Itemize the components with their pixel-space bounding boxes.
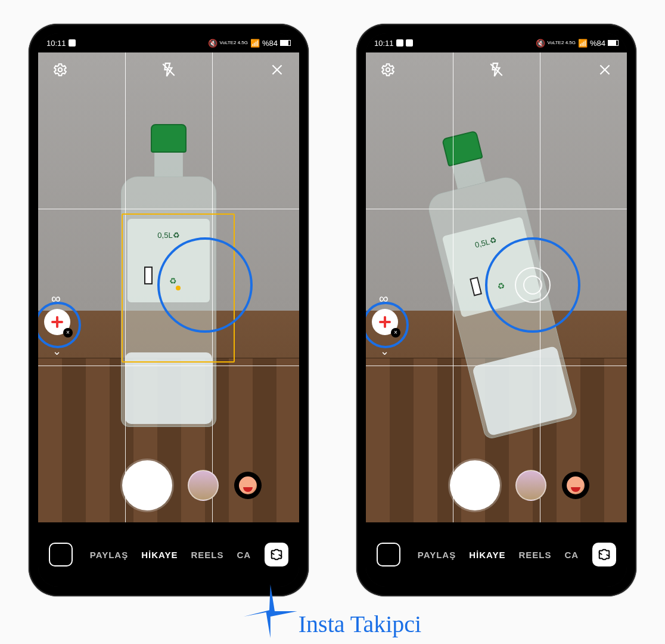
phone-screen: 10:11 🔇 VoLTE2 4.5G 📶 %84 bbox=[38, 33, 299, 587]
svg-point-4 bbox=[386, 68, 390, 72]
flash-off-icon bbox=[489, 62, 504, 78]
grid-vertical-1 bbox=[453, 52, 453, 522]
phone-frame-right: 10:11 🔇 VoLTE2 4.5G 📶 %84 bbox=[356, 24, 636, 596]
annotation-circle-main bbox=[485, 237, 580, 333]
mute-icon: 🔇 bbox=[208, 39, 217, 48]
status-bar: 10:11 🔇 VoLTE2 4.5G 📶 %84 bbox=[38, 33, 299, 52]
ar-emoji-thumb[interactable] bbox=[234, 472, 262, 499]
camera-modes[interactable]: PAYLAŞ HİKAYE REELS CA bbox=[412, 550, 584, 560]
battery-text: %84 bbox=[590, 39, 605, 48]
svg-point-0 bbox=[58, 68, 63, 72]
filter-preview-thumb[interactable] bbox=[515, 470, 546, 501]
settings-button[interactable] bbox=[379, 61, 397, 79]
comparison-container: 10:11 🔇 VoLTE2 4.5G 📶 %84 bbox=[0, 0, 665, 596]
mode-reels[interactable]: REELS bbox=[518, 550, 551, 560]
bottle-water bbox=[472, 346, 574, 436]
filter-preview-thumb[interactable] bbox=[188, 470, 219, 501]
effect-thumbnail[interactable]: × bbox=[44, 309, 70, 335]
close-icon bbox=[269, 62, 285, 78]
flash-off-icon bbox=[161, 62, 176, 78]
effect-glyph-icon bbox=[379, 321, 391, 323]
ar-emoji-thumb[interactable] bbox=[562, 472, 589, 499]
bottle-barcode bbox=[470, 277, 482, 296]
chevron-down-icon[interactable]: ⌄ bbox=[52, 345, 61, 358]
chevron-down-icon[interactable]: ⌄ bbox=[380, 345, 389, 358]
camera-viewport[interactable]: 0,5L♻ ♻ bbox=[366, 52, 627, 522]
effect-glyph-icon bbox=[51, 321, 63, 323]
monkey-face-icon bbox=[567, 476, 585, 494]
shutter-button[interactable] bbox=[450, 460, 500, 510]
signal-icon: 📶 bbox=[250, 39, 260, 48]
camera-notif-icon bbox=[69, 39, 76, 47]
shutter-row bbox=[366, 460, 627, 510]
grid-horizontal-1 bbox=[366, 209, 627, 209]
watermark-text: Insta Takipci bbox=[299, 610, 421, 638]
phone-screen: 10:11 🔇 VoLTE2 4.5G 📶 %84 bbox=[366, 33, 627, 587]
mode-canli-partial[interactable]: CA bbox=[565, 550, 579, 560]
grid-horizontal-2 bbox=[366, 366, 627, 366]
mode-paylas[interactable]: PAYLAŞ bbox=[90, 550, 128, 560]
effect-remove-badge[interactable]: × bbox=[391, 328, 400, 338]
close-icon bbox=[597, 62, 613, 78]
phone-frame-left: 10:11 🔇 VoLTE2 4.5G 📶 %84 bbox=[29, 24, 309, 596]
shutter-button[interactable] bbox=[122, 460, 172, 510]
annotation-circle-main bbox=[157, 237, 253, 333]
gear-icon bbox=[380, 62, 396, 78]
close-button[interactable] bbox=[596, 61, 614, 79]
star-icon bbox=[244, 584, 297, 638]
signal-icon: 📶 bbox=[578, 39, 588, 48]
mode-bar: PAYLAŞ HİKAYE REELS CA bbox=[366, 522, 627, 587]
mode-bar: PAYLAŞ HİKAYE REELS CA bbox=[38, 522, 299, 587]
mode-paylas[interactable]: PAYLAŞ bbox=[418, 550, 456, 560]
switch-camera-button[interactable] bbox=[265, 543, 288, 566]
camera-viewport[interactable]: 0,5L♻ ♻ bbox=[38, 52, 299, 522]
switch-camera-button[interactable] bbox=[592, 543, 616, 566]
bottle-neck bbox=[154, 153, 183, 177]
bottle-cap bbox=[151, 124, 187, 153]
bottle-water bbox=[125, 352, 212, 424]
gear-icon bbox=[52, 62, 68, 78]
monkey-face-icon bbox=[239, 476, 257, 494]
camera-top-bar bbox=[38, 61, 299, 79]
switch-camera-icon bbox=[270, 548, 283, 561]
status-time: 10:11 bbox=[374, 39, 394, 48]
mode-hikaye[interactable]: HİKAYE bbox=[141, 550, 178, 560]
camera-modes[interactable]: PAYLAŞ HİKAYE REELS CA bbox=[85, 550, 256, 560]
status-bar: 10:11 🔇 VoLTE2 4.5G 📶 %84 bbox=[366, 33, 627, 52]
status-time: 10:11 bbox=[46, 39, 66, 48]
bottle-volume: 0,5L♻ bbox=[474, 236, 498, 250]
mode-reels[interactable]: REELS bbox=[191, 550, 223, 560]
grid-horizontal-1 bbox=[38, 209, 299, 209]
svg-marker-8 bbox=[244, 584, 297, 638]
network-label: VoLTE2 4.5G bbox=[220, 41, 248, 45]
camera-top-bar bbox=[366, 61, 627, 79]
camera-notif-icon bbox=[406, 39, 413, 47]
mode-hikaye[interactable]: HİKAYE bbox=[469, 550, 505, 560]
grid-horizontal-2 bbox=[38, 366, 299, 366]
image-notif-icon bbox=[396, 39, 403, 47]
flash-button[interactable] bbox=[160, 61, 178, 79]
gallery-button[interactable] bbox=[377, 543, 400, 566]
level-indicator-icon bbox=[515, 267, 551, 303]
watermark-logo: Insta Takipci bbox=[244, 584, 421, 638]
gallery-button[interactable] bbox=[49, 543, 73, 566]
settings-button[interactable] bbox=[51, 61, 69, 79]
mode-canli-partial[interactable]: CA bbox=[237, 550, 251, 560]
flash-button[interactable] bbox=[487, 61, 505, 79]
battery-text: %84 bbox=[262, 39, 278, 48]
switch-camera-icon bbox=[598, 548, 611, 561]
battery-icon bbox=[608, 40, 619, 46]
effect-remove-badge[interactable]: × bbox=[63, 328, 73, 338]
close-button[interactable] bbox=[268, 61, 286, 79]
battery-icon bbox=[280, 40, 291, 46]
mute-icon: 🔇 bbox=[536, 39, 545, 48]
effect-thumbnail[interactable]: × bbox=[372, 309, 398, 335]
shutter-row bbox=[38, 460, 299, 510]
network-label: VoLTE2 4.5G bbox=[548, 41, 576, 45]
